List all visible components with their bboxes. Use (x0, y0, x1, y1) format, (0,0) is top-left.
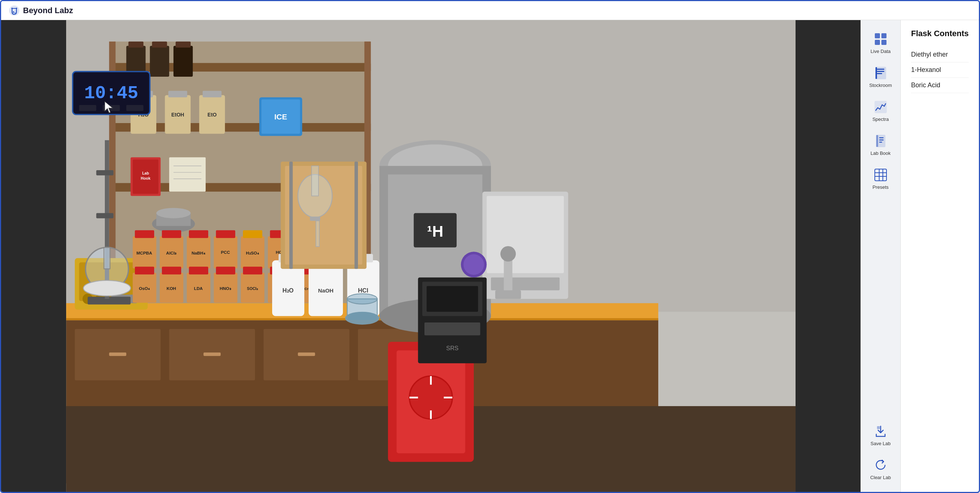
svg-rect-15 (173, 46, 193, 77)
svg-rect-102 (243, 267, 262, 274)
svg-rect-66 (135, 231, 154, 238)
svg-rect-164 (875, 33, 880, 38)
tool-presets[interactable]: Presets (864, 163, 897, 194)
svg-rect-176 (879, 137, 884, 138)
svg-rect-47 (109, 352, 126, 356)
svg-rect-167 (881, 40, 886, 45)
svg-text:SOCl₂: SOCl₂ (247, 286, 258, 291)
svg-rect-14 (152, 41, 167, 48)
svg-rect-178 (879, 142, 882, 143)
svg-point-141 (500, 246, 516, 261)
svg-rect-125 (289, 162, 293, 269)
flask-item-0: Diethyl ether (911, 47, 969, 62)
main-content: H₂O EtOH EtO ICE (1, 20, 979, 492)
svg-rect-49 (298, 352, 315, 356)
svg-text:LDA: LDA (194, 286, 203, 291)
svg-rect-90 (135, 267, 154, 274)
svg-rect-169 (877, 68, 884, 70)
svg-rect-159 (426, 286, 478, 312)
svg-rect-140 (495, 290, 521, 299)
top-bar: Beyond Labz (1, 1, 979, 20)
svg-rect-78 (243, 231, 262, 238)
chart-icon (873, 100, 888, 114)
svg-rect-21 (169, 91, 188, 97)
tool-save-lab[interactable]: Save Lab (864, 420, 897, 451)
svg-text:EtOH: EtOH (171, 112, 184, 118)
svg-text:H₂O: H₂O (282, 287, 294, 294)
lab-view[interactable]: H₂O EtOH EtO ICE (1, 20, 861, 492)
flask-contents-panel: Flask Contents Diethyl ether 1-Hexanol B… (901, 20, 979, 492)
svg-rect-165 (881, 33, 886, 38)
svg-rect-12 (129, 41, 143, 48)
svg-point-1 (13, 11, 14, 13)
svg-text:AlCl₃: AlCl₃ (166, 251, 177, 255)
svg-rect-170 (877, 71, 884, 72)
svg-text:10:45: 10:45 (84, 83, 138, 104)
save-icon (873, 424, 888, 439)
refresh-icon (873, 458, 888, 472)
svg-point-39 (156, 208, 191, 218)
svg-rect-96 (189, 267, 208, 274)
svg-text:H₂SO₄: H₂SO₄ (246, 251, 259, 255)
tool-spectra[interactable]: Spectra (864, 95, 897, 126)
svg-rect-137 (487, 196, 563, 273)
tool-clear-lab[interactable]: Clear Lab (864, 453, 897, 485)
svg-point-64 (83, 280, 130, 296)
svg-rect-61 (96, 213, 114, 218)
tools-column: Live Data Stockroom (861, 20, 901, 492)
svg-point-144 (347, 294, 377, 304)
svg-rect-171 (877, 73, 882, 74)
svg-rect-166 (875, 40, 880, 45)
svg-text:SRS: SRS (446, 345, 458, 351)
tool-clear-lab-label: Clear Lab (870, 475, 891, 480)
tool-lab-book[interactable]: Lab Book (864, 129, 897, 160)
svg-text:HCl: HCl (358, 287, 368, 294)
flask-item-2: Boric Acid (911, 78, 969, 93)
tool-live-data-label: Live Data (870, 49, 891, 54)
svg-point-163 (463, 254, 484, 275)
svg-rect-124 (316, 221, 319, 247)
svg-rect-184 (877, 426, 880, 429)
tool-stockroom[interactable]: Stockroom (864, 61, 897, 92)
svg-rect-24 (203, 91, 222, 97)
tool-presets-label: Presets (873, 184, 889, 190)
svg-text:NaBH₄: NaBH₄ (192, 251, 205, 255)
notebook-icon (873, 134, 888, 148)
svg-rect-16 (176, 41, 191, 48)
svg-rect-147 (79, 105, 96, 111)
svg-text:MCPBA: MCPBA (137, 251, 153, 255)
tool-spectra-label: Spectra (872, 116, 889, 122)
svg-text:Lab: Lab (142, 171, 149, 175)
svg-rect-63 (104, 248, 110, 269)
svg-text:OsO₄: OsO₄ (139, 286, 150, 291)
logo-icon (8, 5, 20, 16)
tool-live-data[interactable]: Live Data (864, 27, 897, 59)
svg-rect-160 (425, 323, 480, 335)
svg-text:PCC: PCC (221, 250, 230, 254)
svg-rect-93 (162, 267, 181, 274)
svg-text:HNO₃: HNO₃ (220, 286, 231, 291)
logo-text: Beyond Labz (23, 6, 73, 15)
svg-rect-13 (150, 46, 169, 77)
svg-rect-69 (162, 231, 181, 238)
flask-contents-title: Flask Contents (911, 29, 969, 38)
logo-area: Beyond Labz (8, 5, 73, 16)
grid-icon (873, 32, 888, 46)
svg-rect-99 (216, 267, 235, 274)
svg-rect-123 (310, 216, 320, 221)
svg-rect-60 (96, 170, 114, 175)
lab-scene-svg: H₂O EtOH EtO ICE (1, 20, 861, 492)
book-icon (873, 66, 888, 80)
tool-stockroom-label: Stockroom (869, 83, 892, 88)
svg-text:¹H: ¹H (427, 223, 444, 240)
svg-text:ICE: ICE (274, 113, 287, 121)
svg-rect-177 (879, 140, 884, 141)
flask-item-1: 1-Hexanol (911, 62, 969, 78)
svg-rect-138 (491, 278, 560, 290)
table-icon (873, 168, 888, 182)
tool-save-lab-label: Save Lab (870, 441, 891, 446)
svg-text:NaOH: NaOH (318, 288, 334, 294)
svg-rect-72 (189, 231, 208, 238)
svg-rect-172 (875, 67, 877, 79)
svg-rect-48 (204, 352, 221, 356)
